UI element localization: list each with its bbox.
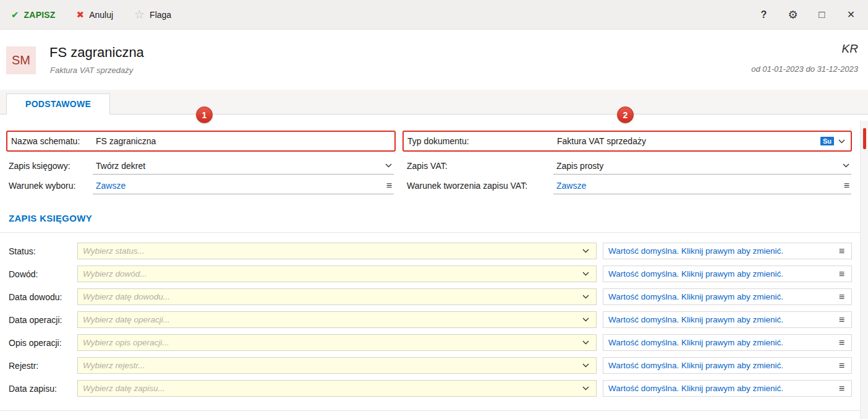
cancel-button[interactable]: ✖ Anuluj [77,9,114,20]
combobox-placeholder: Wybierz opis operacji... [83,338,582,347]
value-combobox[interactable]: Wybierz rejestr... [77,357,597,374]
chevron-down-icon [843,163,849,168]
default-value-box[interactable]: Wartość domyślna. Kliknij prawym aby zmi… [603,266,852,282]
ledger-row: Data dowodu: Wybierz datę dowodu... Wart… [9,288,868,305]
default-value-link[interactable]: Wartość domyślna. Kliknij prawym aby zmi… [608,246,837,256]
select-condition-link[interactable]: Zawsze [93,181,385,191]
field-label: Rejestr: [9,361,77,371]
basic-row-2: Zapis księgowy: Twórz dekret Zapis VAT: … [9,157,868,175]
ledger-entry-value: Twórz dekret [93,161,385,171]
flag-button[interactable]: ☆ Flaga [134,9,171,20]
vat-entry-combobox[interactable]: Zapis prosty [553,157,851,175]
field-label: Status: [9,246,77,256]
cancel-x-icon: ✖ [77,9,85,20]
star-icon: ☆ [134,9,145,20]
chevron-down-icon [582,386,589,391]
help-button[interactable]: ? [749,9,778,20]
menu-icon[interactable]: ≡ [837,269,846,279]
period-range: od 01-01-2023 do 31-12-2023 [751,64,858,74]
value-combobox[interactable]: Wybierz datę dowodu... [77,288,597,305]
default-value-link[interactable]: Wartość domyślna. Kliknij prawym aby zmi… [608,361,837,370]
chevron-down-icon [582,272,589,276]
vat-condition-link[interactable]: Zawsze [553,181,842,191]
field-label: Opis operacji: [9,338,77,348]
close-button[interactable]: ✕ [836,9,866,20]
ledger-row: Dowód: Wybierz dowód... Wartość domyślna… [9,266,868,282]
chevron-down-icon [385,163,392,168]
vat-condition-label: Warunek tworzenia zapisu VAT: [407,181,553,191]
default-value-box[interactable]: Wartość domyślna. Kliknij prawym aby zmi… [603,311,852,328]
vertical-scrollbar[interactable] [860,121,868,419]
field-label: Data zapisu: [9,384,77,394]
highlight-box-1: Nazwa schematu: [6,131,396,152]
default-value-link[interactable]: Wartość domyślna. Kliknij prawym aby zmi… [608,338,837,347]
combobox-placeholder: Wybierz datę operacji... [83,315,582,324]
menu-icon[interactable]: ≡ [837,292,846,302]
default-value-link[interactable]: Wartość domyślna. Kliknij prawym aby zmi… [608,315,837,324]
toolbar: ✔ ZAPISZ ✖ Anuluj ☆ Flaga ? ⚙ □ ✕ [0,0,868,30]
highlight-box-2: Typ dokumentu: Faktura VAT sprzedaży Su [402,131,852,152]
settings-gear-icon[interactable]: ⚙ [778,8,807,22]
ledger-entry-combobox[interactable]: Twórz dekret [93,157,394,175]
select-condition-label: Warunek wyboru: [9,181,93,191]
doc-type-combobox[interactable]: Faktura VAT sprzedaży Su [554,132,847,150]
chevron-down-icon [582,340,589,345]
section-title-ledger: ZAPIS KSIĘGOWY [9,213,868,223]
ledger-row: Data operacji: Wybierz datę operacji... … [9,311,868,328]
basic-row-1: Nazwa schematu: Typ dokumentu: Faktura V… [6,131,868,152]
chevron-down-icon [582,317,589,322]
select-condition-editor[interactable]: Zawsze ≡ [93,177,394,194]
value-combobox[interactable]: Wybierz status... [77,243,597,259]
value-combobox[interactable]: Wybierz dowód... [77,266,597,282]
doc-type-label: Typ dokumentu: [407,136,554,146]
su-badge: Su [820,137,834,145]
menu-icon[interactable]: ≡ [842,181,851,191]
ledger-row: Opis operacji: Wybierz opis operacji... … [9,334,868,351]
vat-condition-editor[interactable]: Zawsze ≡ [553,177,851,194]
doc-type-value: Faktura VAT sprzedaży [554,136,815,146]
default-value-box[interactable]: Wartość domyślna. Kliknij prawym aby zmi… [603,288,852,305]
ledger-entry-label: Zapis księgowy: [9,161,93,171]
default-value-box[interactable]: Wartość domyślna. Kliknij prawym aby zmi… [603,357,852,374]
annotation-step-2: 2 [617,106,634,123]
default-value-link[interactable]: Wartość domyślna. Kliknij prawym aby zmi… [608,384,837,393]
tab-bar: PODSTAWOWE [0,90,868,114]
combobox-placeholder: Wybierz status... [83,246,582,256]
menu-icon[interactable]: ≡ [837,315,846,325]
value-combobox[interactable]: Wybierz opis operacji... [77,334,597,351]
menu-icon[interactable]: ≡ [837,246,846,256]
value-combobox[interactable]: Wybierz datę operacji... [77,311,597,328]
value-combobox[interactable]: Wybierz datę zapisu... [77,380,597,397]
schema-name-input[interactable] [94,134,391,149]
chevron-down-icon [838,139,845,144]
document-header: SM FS zagraniczna Faktura VAT sprzedaży … [0,30,868,90]
schema-type-badge: SM [6,46,36,74]
ledger-row: Data zapisu: Wybierz datę zapisu... Wart… [9,380,868,397]
menu-icon[interactable]: ≡ [837,361,846,371]
scroll-highlight-marker [863,128,866,149]
save-button[interactable]: ✔ ZAPISZ [11,9,56,20]
form-content: 1 2 Nazwa schematu: Typ dokumentu: Faktu… [0,114,868,419]
menu-icon[interactable]: ≡ [837,384,846,394]
maximize-button[interactable]: □ [807,9,836,21]
flag-button-label: Flaga [150,10,171,20]
window-controls: ? ⚙ □ ✕ [749,8,866,22]
default-value-box[interactable]: Wartość domyślna. Kliknij prawym aby zmi… [603,243,852,259]
page-title: FS zagraniczna [49,45,144,61]
tab-podstawowe[interactable]: PODSTAWOWE [6,93,110,114]
schema-name-label: Nazwa schematu: [11,136,94,146]
chevron-down-icon [582,249,589,253]
default-value-link[interactable]: Wartość domyślna. Kliknij prawym aby zmi… [608,269,837,279]
menu-icon[interactable]: ≡ [837,338,846,348]
default-value-box[interactable]: Wartość domyślna. Kliknij prawym aby zmi… [603,334,852,351]
combobox-placeholder: Wybierz rejestr... [83,361,582,370]
ledger-code: KR [842,42,858,56]
chevron-down-icon [582,295,589,299]
combobox-placeholder: Wybierz datę zapisu... [83,384,582,393]
app-window: ✔ ZAPISZ ✖ Anuluj ☆ Flaga ? ⚙ □ ✕ SM FS … [0,0,868,419]
default-value-box[interactable]: Wartość domyślna. Kliknij prawym aby zmi… [603,380,852,397]
basic-row-3: Warunek wyboru: Zawsze ≡ Warunek tworzen… [9,177,868,194]
default-value-link[interactable]: Wartość domyślna. Kliknij prawym aby zmi… [608,292,837,301]
menu-icon[interactable]: ≡ [385,181,394,191]
field-label: Data operacji: [9,315,77,325]
